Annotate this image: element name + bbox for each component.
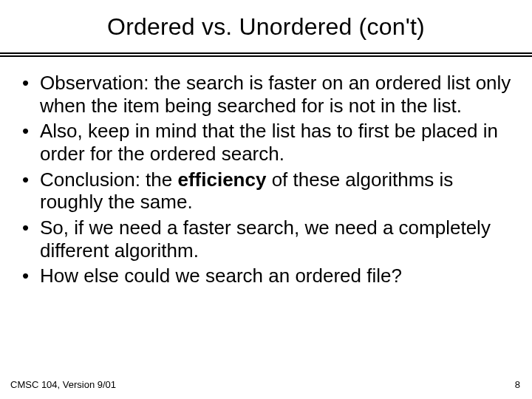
bullet-text: How else could we search an ordered file…: [40, 265, 402, 287]
bullet-text-bold: efficiency: [177, 168, 266, 191]
bullet-item: Conclusion: the efficiency of these algo…: [18, 168, 514, 214]
bullet-list: Observation: the search is faster on an …: [18, 72, 514, 287]
footer-course: CMSC 104, Version 9/01: [10, 379, 116, 390]
bullet-item: So, if we need a faster search, we need …: [18, 216, 514, 262]
slide: Ordered vs. Unordered (con't) Observatio…: [0, 0, 532, 399]
bullet-text-pre: Conclusion: the: [40, 168, 177, 191]
bullet-text: Observation: the search is faster on an …: [40, 72, 511, 117]
bullet-text: So, if we need a faster search, we need …: [40, 216, 491, 262]
slide-content: Observation: the search is faster on an …: [0, 57, 532, 287]
title-area: Ordered vs. Unordered (con't): [0, 0, 532, 48]
bullet-item: How else could we search an ordered file…: [18, 265, 514, 287]
bullet-text: Also, keep in mind that the list has to …: [40, 120, 498, 165]
slide-title: Ordered vs. Unordered (con't): [15, 13, 517, 41]
bullet-item: Observation: the search is faster on an …: [18, 72, 514, 117]
slide-number: 8: [515, 379, 520, 390]
bullet-item: Also, keep in mind that the list has to …: [18, 120, 514, 165]
